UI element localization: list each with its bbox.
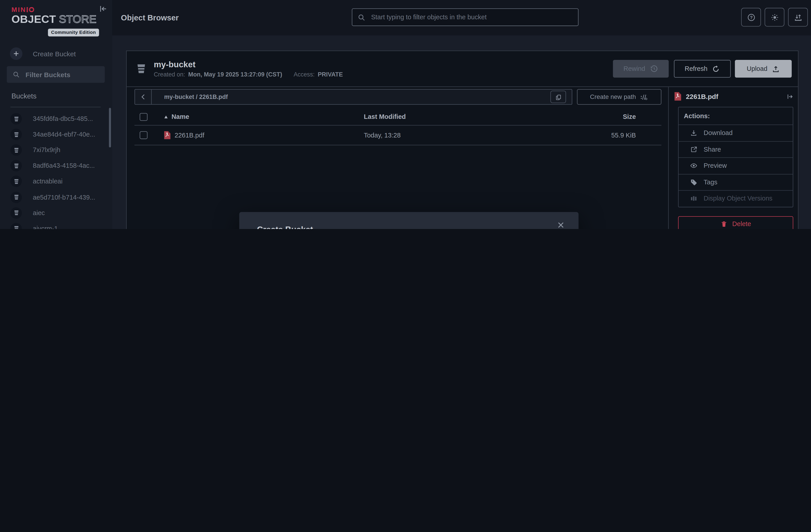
sidebar-bucket-item[interactable]: 345fd6fa-dbc5-485... <box>0 111 112 127</box>
bucket-icon <box>10 144 22 156</box>
top-bar: Object Browser <box>112 0 811 35</box>
bucket-title: my-bucket <box>154 60 343 69</box>
download-icon <box>690 129 698 137</box>
top-icon-buttons <box>741 8 808 27</box>
rewind-button[interactable]: Rewind <box>613 60 669 78</box>
sidebar-bucket-item[interactable]: aiec <box>0 205 112 221</box>
plus-icon <box>10 47 22 60</box>
bucket-name: 7xi7lx9rjh <box>33 146 60 154</box>
sidebar-bucket-item[interactable]: 7xi7lx9rjh <box>0 142 112 158</box>
bucket-name: 8adf6a43-4158-4ac... <box>33 162 95 170</box>
browse-area: my-bucket / 2261B.pdf Create new path N <box>126 87 668 229</box>
table-row[interactable]: 2261B.pdf Today, 13:28 55.9 KiB <box>134 126 661 145</box>
share-icon <box>690 146 698 153</box>
column-name[interactable]: Name <box>171 113 189 121</box>
search-icon <box>13 71 20 78</box>
bucket-access-value: PRIVATE <box>318 71 343 78</box>
bucket-icon <box>135 61 148 76</box>
community-edition-badge: Community Edition <box>48 29 99 36</box>
bucket-name: ae5d710f-b714-439... <box>33 193 95 201</box>
copy-path-button[interactable] <box>550 91 566 103</box>
refresh-button[interactable]: Refresh <box>674 60 731 78</box>
refresh-icon <box>712 65 720 73</box>
bucket-icon <box>10 129 22 140</box>
new-path-icon <box>640 94 648 100</box>
bucket-created-value: Mon, May 19 2025 13:27:09 (CST) <box>188 71 282 78</box>
sidebar-bucket-item[interactable]: 34ae84d4-ebf7-40e... <box>0 127 112 142</box>
sidebar: MINIO OBJECT STORE Community Edition Cre… <box>0 0 112 229</box>
close-icon[interactable] <box>557 221 565 229</box>
bucket-name: 345fd6fa-dbc5-485... <box>33 115 93 123</box>
action-share[interactable]: Share <box>678 142 793 158</box>
versions-icon <box>690 195 698 202</box>
sidebar-bucket-item[interactable]: aivcrm-1 <box>0 221 112 229</box>
breadcrumb-path[interactable]: my-bucket / 2261B.pdf <box>164 94 550 100</box>
object-details-panel: 2261B.pdf Actions: Download Share <box>668 87 798 229</box>
sidebar-create-bucket[interactable]: Create Bucket <box>10 46 76 61</box>
divider <box>10 107 101 107</box>
logo-object-store: OBJECT STORE <box>12 14 99 25</box>
breadcrumb-bar: my-bucket / 2261B.pdf <box>134 89 572 105</box>
sidebar-bucket-item[interactable]: ae5d710f-b714-439... <box>0 189 112 205</box>
theme-toggle-button[interactable] <box>765 8 784 27</box>
search-icon <box>357 13 365 21</box>
sort-asc-icon[interactable] <box>164 114 168 119</box>
actions-label: Actions: <box>678 107 793 125</box>
page-title: Object Browser <box>121 13 179 22</box>
minio-logo: MINIO OBJECT STORE Community Edition <box>12 6 99 36</box>
bucket-icon <box>10 207 22 218</box>
bucket-name: aivcrm-1 <box>33 225 58 229</box>
minio-console: MINIO OBJECT STORE Community Edition Cre… <box>0 0 811 229</box>
logo-minio-text: MINIO <box>12 6 99 14</box>
create-bucket-label: Create Bucket <box>33 50 76 58</box>
object-modified: Today, 13:28 <box>364 131 583 139</box>
object-name: 2261B.pdf <box>174 131 204 139</box>
action-preview[interactable]: Preview <box>678 158 793 174</box>
pdf-file-icon <box>164 131 171 140</box>
bucket-meta: Created on: Mon, May 19 2025 13:27:09 (C… <box>154 71 343 78</box>
bucket-icon <box>10 223 22 229</box>
sidebar-scrollbar[interactable] <box>109 108 111 147</box>
sidebar-bucket-item[interactable]: actnableai <box>0 174 112 189</box>
bucket-header: my-bucket Created on: Mon, May 19 2025 1… <box>126 51 798 87</box>
transfers-button[interactable] <box>788 8 808 27</box>
sidebar-collapse-icon[interactable] <box>98 4 108 14</box>
column-last-modified[interactable]: Last Modified <box>364 113 583 121</box>
main-content: my-bucket Created on: Mon, May 19 2025 1… <box>112 35 811 229</box>
bucket-icon <box>10 113 22 124</box>
rewind-icon <box>650 65 658 73</box>
delete-button[interactable]: Delete <box>678 216 793 229</box>
table-header: Name Last Modified Size <box>134 108 661 126</box>
upload-button[interactable]: Upload <box>735 60 792 78</box>
object-size: 55.9 KiB <box>583 131 661 139</box>
filter-buckets-input[interactable] <box>25 70 101 79</box>
help-button[interactable] <box>741 8 761 27</box>
trash-icon <box>720 220 728 228</box>
bucket-icon <box>10 160 22 172</box>
row-checkbox[interactable] <box>140 131 148 139</box>
bucket-list: 345fd6fa-dbc5-485... 34ae84d4-ebf7-40e..… <box>0 111 112 229</box>
filter-buckets-box[interactable] <box>7 66 105 83</box>
upload-icon <box>772 65 780 73</box>
details-collapse-icon[interactable] <box>786 92 794 100</box>
tag-icon <box>690 178 698 186</box>
bucket-icon <box>10 176 22 187</box>
bucket-name: actnableai <box>33 178 62 185</box>
column-size[interactable]: Size <box>583 113 661 121</box>
object-search-input[interactable] <box>370 13 573 21</box>
action-tags[interactable]: Tags <box>678 174 793 191</box>
details-title: 2261B.pdf <box>686 92 786 100</box>
select-all-checkbox[interactable] <box>140 113 148 121</box>
object-browser-panel: my-bucket Created on: Mon, May 19 2025 1… <box>126 50 798 229</box>
action-download[interactable]: Download <box>678 125 793 141</box>
action-display-object-versions: Display Object Versions <box>678 191 793 206</box>
back-button[interactable] <box>135 90 152 104</box>
create-new-path-button[interactable]: Create new path <box>577 89 661 105</box>
bucket-icon <box>10 191 22 203</box>
details-header: 2261B.pdf <box>669 87 798 101</box>
sidebar-bucket-item[interactable]: 8adf6a43-4158-4ac... <box>0 158 112 174</box>
create-bucket-modal: Create Bucket Bucket Name* Invalid bucke… <box>239 212 579 229</box>
object-search-box[interactable] <box>352 8 579 26</box>
pdf-file-icon <box>674 92 682 101</box>
bucket-name: aiec <box>33 209 45 217</box>
